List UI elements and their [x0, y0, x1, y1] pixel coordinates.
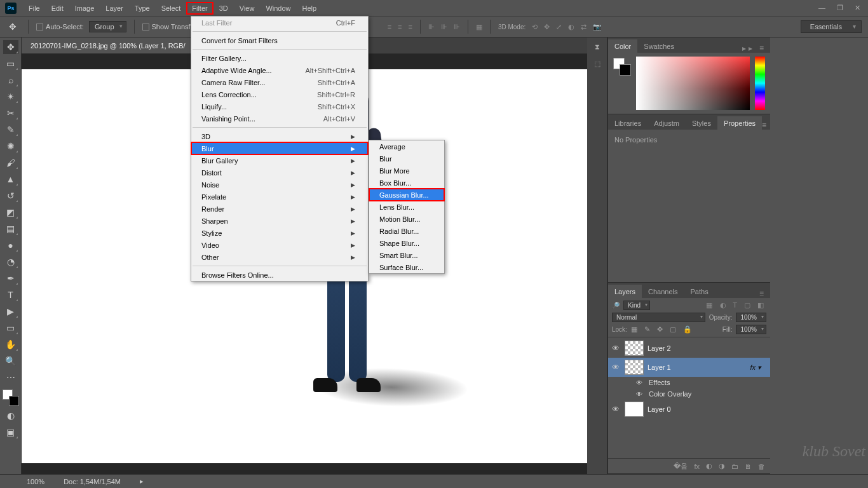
layer-row[interactable]: 👁Layer 0: [608, 400, 770, 419]
align-icon[interactable]: ≡: [407, 23, 413, 30]
blur-tool[interactable]: ●: [3, 238, 18, 252]
menu-help[interactable]: Help: [297, 2, 323, 15]
tab-swatches[interactable]: Swatches: [637, 39, 681, 53]
layer-row[interactable]: 👁Layer 1fx ▾: [608, 358, 770, 377]
close-icon[interactable]: ✕: [855, 4, 860, 12]
zoom-level[interactable]: 100%: [27, 478, 44, 485]
visibility-icon[interactable]: 👁: [612, 344, 621, 353]
eyedropper-tool[interactable]: ✎: [3, 123, 18, 137]
menu-item-average[interactable]: Average: [369, 140, 444, 152]
tab-channels[interactable]: Channels: [642, 285, 684, 298]
slide-icon[interactable]: ⇄: [580, 23, 588, 31]
layer-thumbnail[interactable]: [625, 360, 644, 375]
crop-tool[interactable]: ✂: [3, 106, 18, 120]
window-controls[interactable]: — ❐ ✕: [818, 4, 868, 12]
brush-tool[interactable]: 🖌: [3, 156, 18, 170]
spot-heal-tool[interactable]: ✺: [3, 139, 18, 153]
menu-item-filter-gallery[interactable]: Filter Gallery...: [191, 52, 368, 64]
path-select-tool[interactable]: ▶: [3, 304, 18, 318]
menu-filter[interactable]: Filter: [186, 2, 213, 15]
lock-icons[interactable]: ▦ ✎ ✥ ▢ 🔒: [631, 325, 695, 334]
layer-mask-icon[interactable]: ◐: [706, 462, 712, 470]
tab-adjustm[interactable]: Adjustm: [648, 116, 686, 130]
tab-styles[interactable]: Styles: [686, 116, 717, 130]
link-layers-icon[interactable]: �음: [674, 461, 688, 471]
menu-layer[interactable]: Layer: [100, 2, 129, 15]
workspace-switcher[interactable]: Essentials: [801, 20, 862, 33]
tab-color[interactable]: Color: [608, 39, 637, 53]
auto-select-dropdown[interactable]: Group: [89, 21, 126, 32]
gradient-tool[interactable]: ▤: [3, 222, 18, 236]
menu-item-other[interactable]: Other▶: [191, 251, 368, 263]
blend-mode-dropdown[interactable]: Normal: [612, 313, 705, 322]
layer-style-icon[interactable]: fx: [694, 463, 700, 470]
hue-strip[interactable]: [755, 57, 765, 110]
cube-icon[interactable]: ⬚: [594, 60, 600, 68]
adjustment-layer-icon[interactable]: ◑: [719, 462, 725, 470]
dodge-tool[interactable]: ◔: [3, 255, 18, 269]
align-icon[interactable]: ≡: [386, 23, 393, 30]
menu-select[interactable]: Select: [156, 2, 187, 15]
menu-item-liquify[interactable]: Liquify...Shift+Ctrl+X: [191, 100, 368, 112]
menu-item-pixelate[interactable]: Pixelate▶: [191, 191, 368, 203]
tab-libraries[interactable]: Libraries: [608, 116, 648, 130]
move-tool[interactable]: ✥: [3, 40, 18, 54]
menu-item-noise[interactable]: Noise▶: [191, 179, 368, 191]
blur-submenu[interactable]: AverageBlurBlur MoreBox Blur...Gaussian …: [369, 140, 445, 274]
menu-item-box-blur[interactable]: Box Blur...: [369, 177, 444, 189]
menu-item-sharpen[interactable]: Sharpen▶: [191, 215, 368, 227]
status-arrow-icon[interactable]: ▸: [140, 477, 144, 485]
menu-image[interactable]: Image: [69, 2, 100, 15]
distribute-icon[interactable]: ⊪: [452, 23, 461, 31]
history-icon[interactable]: ⧗: [595, 43, 600, 51]
menu-item-lens-correction[interactable]: Lens Correction...Shift+Ctrl+R: [191, 88, 368, 100]
menu-item-blur-more[interactable]: Blur More: [369, 165, 444, 177]
new-layer-icon[interactable]: 🗎: [745, 463, 752, 470]
stamp-tool[interactable]: ▲: [3, 172, 18, 186]
menu-item-radial-blur[interactable]: Radial Blur...: [369, 225, 444, 237]
filter-menu[interactable]: Last FilterCtrl+FConvert for Smart Filte…: [191, 16, 369, 281]
pan-icon[interactable]: ✥: [543, 23, 551, 31]
menu-item-camera-raw-filter[interactable]: Camera Raw Filter...Shift+Ctrl+A: [191, 76, 368, 88]
menu-item-vanishing-point[interactable]: Vanishing Point...Alt+Ctrl+V: [191, 112, 368, 125]
edit-toolbar[interactable]: ⋯: [3, 370, 18, 384]
fx-badge[interactable]: fx ▾: [750, 363, 766, 372]
menu-item-adaptive-wide-angle[interactable]: Adaptive Wide Angle...Alt+Shift+Ctrl+A: [191, 64, 368, 76]
color-ramp[interactable]: [636, 57, 750, 110]
move-tool-icon[interactable]: ✥: [5, 20, 20, 34]
menu-window[interactable]: Window: [260, 2, 296, 15]
layer-thumbnail[interactable]: [625, 341, 644, 356]
doc-size[interactable]: Doc: 1,54M/1,54M: [64, 478, 121, 485]
layer-row[interactable]: 👁Layer 2: [608, 339, 770, 358]
menu-item-lens-blur[interactable]: Lens Blur...: [369, 201, 444, 213]
layer-effect[interactable]: 👁Effects: [608, 377, 770, 388]
menu-item-browse-filters-online[interactable]: Browse Filters Online...: [191, 269, 368, 281]
distribute-icon[interactable]: ⊪: [440, 23, 449, 31]
delete-layer-icon[interactable]: 🗑: [758, 463, 765, 470]
magic-wand-tool[interactable]: ✴: [3, 90, 18, 104]
arrange-icon[interactable]: ▦: [475, 23, 484, 31]
dolly-icon[interactable]: ⤢: [555, 23, 563, 31]
layer-filter-icons[interactable]: ▦ ◐ T ▢ ◧: [706, 301, 766, 309]
menu-item-motion-blur[interactable]: Motion Blur...: [369, 213, 444, 225]
menu-item-gaussian-blur[interactable]: Gaussian Blur...: [369, 189, 444, 201]
menu-item-distort[interactable]: Distort▶: [191, 166, 368, 179]
menu-edit[interactable]: Edit: [46, 2, 69, 15]
history-brush-tool[interactable]: ↺: [3, 189, 18, 203]
panel-menu-icon[interactable]: ≡: [762, 121, 773, 130]
menu-file[interactable]: File: [23, 2, 46, 15]
lasso-tool[interactable]: ⌕: [3, 73, 18, 87]
eraser-tool[interactable]: ◩: [3, 205, 18, 219]
layer-name[interactable]: Layer 0: [648, 405, 671, 413]
fill-field[interactable]: 100%: [736, 325, 766, 334]
menu-type[interactable]: Type: [129, 2, 156, 15]
layer-list[interactable]: 👁Layer 2👁Layer 1fx ▾👁Effects👁Color Overl…: [608, 337, 770, 458]
layer-effect-item[interactable]: 👁Color Overlay: [608, 388, 770, 400]
menu-item-blur-gallery[interactable]: Blur Gallery▶: [191, 154, 368, 166]
menu-item-blur[interactable]: Blur▶: [191, 142, 368, 154]
distribute-icon[interactable]: ⊪: [427, 23, 436, 31]
tab-paths[interactable]: Paths: [684, 285, 715, 298]
camera-icon[interactable]: 📷: [592, 23, 603, 31]
visibility-icon[interactable]: 👁: [612, 405, 621, 414]
layer-thumbnail[interactable]: [625, 402, 644, 417]
